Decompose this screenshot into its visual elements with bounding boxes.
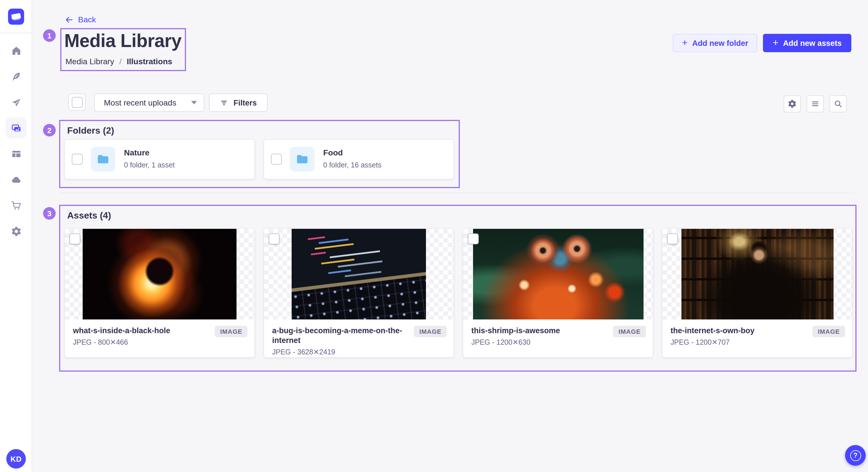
folder-icon [96, 153, 110, 166]
view-settings-button[interactable] [784, 95, 801, 112]
folder-icon-tile [91, 147, 115, 171]
asset-thumbnail [662, 229, 852, 319]
select-all-checkbox-button[interactable] [68, 94, 86, 111]
filters-button[interactable]: Filters [209, 94, 268, 112]
main-nav-sidebar: KD [0, 0, 32, 472]
asset-thumbnail [264, 229, 454, 319]
sidebar-item-settings[interactable] [6, 221, 26, 241]
back-label: Back [78, 15, 96, 24]
media-library-icon [11, 123, 22, 133]
asset-title: this-shrimp-is-awesome [471, 326, 604, 336]
search-button[interactable] [830, 95, 847, 112]
sidebar-item-content-manager[interactable] [6, 66, 26, 87]
asset-type-badge: IMAGE [813, 326, 845, 337]
asset-meta: JPEG - 1200✕630 [471, 338, 645, 346]
asset-title: the-internet-s-own-boy [671, 326, 804, 336]
home-icon [11, 45, 22, 56]
folder-card-nature[interactable]: Nature 0 folder, 1 asset [65, 140, 254, 179]
sidebar-item-content-type-builder[interactable] [6, 143, 26, 164]
folder-name: Nature [124, 148, 150, 157]
asset-title: a-bug-is-becoming-a-meme-on-the-internet [272, 326, 405, 345]
asset-info: a-bug-is-becoming-a-meme-on-the-internet… [264, 319, 454, 356]
sidebar-item-media-library[interactable] [6, 117, 26, 138]
breadcrumb-item-illustrations: Illustrations [127, 57, 172, 66]
folder-icon-tile [290, 147, 315, 171]
paper-plane-icon [11, 97, 22, 107]
sidebar-divider [0, 33, 32, 33]
asset-info: this-shrimp-is-awesome JPEG - 1200✕630 I… [463, 319, 653, 346]
plus-icon: + [682, 38, 688, 47]
annotation-number-2: 2 [43, 124, 56, 136]
folder-card-food[interactable]: Food 0 folder, 16 assets [264, 140, 454, 179]
asset-card-bug-meme[interactable]: a-bug-is-becoming-a-meme-on-the-internet… [264, 229, 454, 357]
feather-icon [11, 71, 22, 82]
asset-meta: JPEG - 3628✕2419 [272, 347, 445, 356]
sidebar-item-deploy[interactable] [6, 169, 26, 190]
asset-info: the-internet-s-own-boy JPEG - 1200✕707 I… [662, 319, 852, 346]
man-in-library-photo [681, 229, 833, 319]
gear-icon [11, 226, 22, 237]
sidebar-item-releases[interactable] [6, 92, 26, 112]
laptop-code-photo [291, 229, 426, 319]
filter-icon [220, 98, 228, 107]
sidebar-nav [0, 40, 32, 241]
asset-card-internets-own-boy[interactable]: the-internet-s-own-boy JPEG - 1200✕707 I… [662, 229, 852, 357]
plus-icon: + [773, 38, 778, 47]
folder-checkbox[interactable] [72, 154, 83, 165]
user-avatar[interactable]: KD [6, 449, 26, 469]
add-new-assets-button[interactable]: + Add new assets [763, 34, 851, 52]
cloud-icon [11, 174, 22, 185]
strapi-logo-shape [13, 15, 20, 21]
back-link[interactable]: Back [65, 15, 96, 24]
black-hole-photo [83, 229, 237, 319]
cart-icon [11, 200, 22, 211]
folders-heading: Folders (2) [67, 126, 114, 136]
sidebar-item-home[interactable] [6, 40, 26, 61]
breadcrumb: Media Library / Illustrations [65, 57, 172, 66]
breadcrumb-item-media-library[interactable]: Media Library [65, 57, 114, 66]
sidebar-item-marketplace[interactable] [6, 195, 26, 216]
asset-card-shrimp[interactable]: this-shrimp-is-awesome JPEG - 1200✕630 I… [463, 229, 653, 357]
chevron-down-icon [191, 101, 197, 104]
asset-type-badge: IMAGE [414, 326, 446, 337]
search-icon [834, 99, 843, 108]
strapi-logo[interactable] [8, 9, 24, 25]
asset-type-badge: IMAGE [215, 326, 247, 337]
folder-meta: 0 folder, 16 assets [323, 161, 381, 169]
folder-checkbox[interactable] [271, 154, 282, 165]
list-icon [811, 99, 820, 108]
add-new-assets-label: Add new assets [783, 39, 842, 47]
select-all-checkbox[interactable] [71, 97, 82, 107]
layout-icon [11, 148, 22, 159]
folder-meta: 0 folder, 1 asset [124, 161, 175, 169]
folder-name: Food [323, 148, 343, 157]
add-new-folder-button[interactable]: + Add new folder [673, 34, 757, 52]
breadcrumb-separator: / [119, 57, 122, 66]
gear-icon [787, 99, 797, 108]
media-library-page: KD Back Media Library Media Library / Il… [0, 0, 868, 472]
asset-meta: JPEG - 800✕466 [73, 338, 246, 346]
asset-thumbnail [65, 229, 254, 319]
asset-checkbox[interactable] [69, 233, 81, 244]
asset-card-black-hole[interactable]: what-s-inside-a-black-hole JPEG - 800✕46… [65, 229, 254, 357]
filters-label: Filters [234, 98, 257, 107]
sort-dropdown[interactable]: Most recent uploads [94, 94, 205, 112]
sort-dropdown-value: Most recent uploads [104, 98, 176, 107]
asset-meta: JPEG - 1200✕707 [671, 338, 844, 346]
assets-heading: Assets (4) [67, 210, 111, 221]
add-new-folder-label: Add new folder [692, 39, 748, 47]
asset-info: what-s-inside-a-black-hole JPEG - 800✕46… [65, 319, 254, 346]
annotation-number-1: 1 [43, 29, 56, 42]
folder-icon [296, 153, 309, 166]
page-title: Media Library [64, 30, 181, 52]
asset-checkbox[interactable] [269, 233, 280, 244]
list-view-button[interactable] [807, 95, 824, 112]
arrow-left-icon [65, 15, 73, 24]
asset-type-badge: IMAGE [613, 326, 646, 337]
annotation-number-3: 3 [43, 207, 56, 220]
mantis-shrimp-photo [473, 229, 643, 319]
asset-checkbox[interactable] [468, 233, 479, 244]
asset-checkbox[interactable] [667, 233, 678, 244]
asset-thumbnail [463, 229, 653, 319]
help-button[interactable]: ? [845, 445, 866, 466]
